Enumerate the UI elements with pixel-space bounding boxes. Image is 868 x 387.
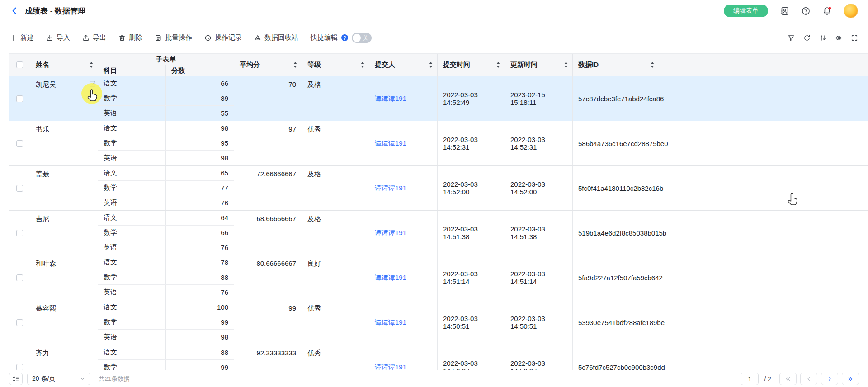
score-value: 98 <box>166 151 234 165</box>
prev-page-button[interactable] <box>800 373 817 385</box>
column-header-grade[interactable]: 等级 <box>302 54 369 76</box>
row-checkbox[interactable] <box>16 95 23 102</box>
average-cell: 68.66666667 <box>234 211 302 255</box>
row-checkbox[interactable] <box>16 274 23 281</box>
sort-icon[interactable] <box>429 62 433 68</box>
student-name: 吉尼 <box>36 215 49 222</box>
filter-icon[interactable] <box>788 34 795 42</box>
subform-row: 语文66 <box>98 76 234 91</box>
data-id-cell: 586b4a736c16e7cd28875be0 <box>573 121 659 165</box>
submitter-link[interactable]: 谭谭谭191 <box>375 184 406 193</box>
column-header-score[interactable]: 分数 <box>166 65 234 76</box>
subform-row: 英语98 <box>98 151 234 165</box>
back-icon[interactable] <box>10 6 19 15</box>
update-time-cell: 2022-03-03 14:51:38 <box>505 211 573 255</box>
column-header-subject[interactable]: 科目 <box>98 65 166 76</box>
column-header-name[interactable]: 姓名 <box>30 54 98 76</box>
toolbar-batch-button[interactable]: 批量操作 <box>155 33 192 42</box>
subject-value: 语文 <box>98 255 166 270</box>
submitter-link[interactable]: 谭谭谭191 <box>375 229 406 237</box>
contact-icon[interactable] <box>780 6 789 16</box>
sort-icon[interactable] <box>564 62 568 68</box>
bell-icon[interactable] <box>822 6 832 16</box>
sort-icon[interactable] <box>293 62 297 68</box>
subform-row: 英语76 <box>98 240 234 255</box>
select-all-checkbox[interactable] <box>16 61 23 68</box>
update-time-cell: 2023-02-15 15:18:11 <box>505 76 573 121</box>
update-time-cell: 2022-03-03 14:52:31 <box>505 121 573 165</box>
user-avatar[interactable] <box>844 4 858 18</box>
column-header-update-time[interactable]: 更新时间 <box>505 54 573 76</box>
submitter-link[interactable]: 谭谭谭191 <box>375 363 406 370</box>
sort-icon[interactable] <box>651 62 654 68</box>
refresh-icon[interactable] <box>803 34 811 42</box>
sort-icon[interactable] <box>90 62 93 68</box>
sort-icon[interactable] <box>819 34 826 42</box>
table-record[interactable]: 和叶森语文78数学88英语7680.66666667良好谭谭谭1912022-0… <box>9 255 868 300</box>
table-record[interactable]: 吉尼语文64数学66英语7668.66666667及格谭谭谭1912022-03… <box>9 211 868 255</box>
student-name: 凯尼吴 <box>36 80 56 88</box>
column-header-avg[interactable]: 平均分 <box>234 54 302 76</box>
score-value: 66 <box>166 76 234 91</box>
submitter-cell: 谭谭谭191 <box>369 121 438 165</box>
table-record[interactable]: 盖聂语文65数学77英语7672.66666667及格谭谭谭1912022-03… <box>9 166 868 211</box>
row-checkbox[interactable] <box>16 319 23 326</box>
student-name: 慕容熙 <box>36 304 56 312</box>
score-value: 66 <box>166 226 234 240</box>
column-header-data-id[interactable]: 数据ID <box>573 54 659 76</box>
history-icon <box>204 34 212 42</box>
quick-edit-toggle[interactable]: 关 <box>352 33 372 43</box>
submitter-link[interactable]: 谭谭谭191 <box>375 274 406 282</box>
table-record[interactable]: 慕容熙语文100数学99英语9899优秀谭谭谭1912022-03-03 14:… <box>9 300 868 345</box>
toolbar-history-button[interactable]: 操作记录 <box>204 33 242 42</box>
eye-icon[interactable] <box>835 34 842 42</box>
subject-value: 语文 <box>98 121 166 136</box>
row-checkbox[interactable] <box>16 140 23 147</box>
subform-group-label: 子表单 <box>98 54 234 65</box>
table-record[interactable]: 书乐语文98数学95英语9897优秀谭谭谭1912022-03-03 14:52… <box>9 121 868 166</box>
submitter-link[interactable]: 谭谭谭191 <box>375 94 406 103</box>
last-page-button[interactable] <box>842 373 859 385</box>
average-cell: 99 <box>234 300 302 345</box>
grade-cell: 优秀 <box>302 345 369 370</box>
name-cell: 齐力 <box>30 345 98 370</box>
row-height-icon <box>12 375 19 382</box>
subject-value: 数学 <box>98 270 166 285</box>
subform-row: 英语98 <box>98 330 234 345</box>
submitter-cell: 谭谭谭191 <box>369 300 438 345</box>
column-header-submit-time[interactable]: 提交时间 <box>438 54 505 76</box>
table-record[interactable]: 齐力语文88数学9992.33333333优秀谭谭谭1912022-03-03 … <box>9 345 868 370</box>
sort-icon[interactable] <box>496 62 500 68</box>
subject-value: 英语 <box>98 330 166 345</box>
toolbar-delete-button[interactable]: 删除 <box>118 33 142 42</box>
page-number-input[interactable]: 1 <box>741 373 759 385</box>
row-height-button[interactable] <box>9 373 23 385</box>
page-title: 成绩表 - 数据管理 <box>25 6 85 16</box>
next-page-button[interactable] <box>821 373 838 385</box>
toolbar-import-button[interactable]: 导入 <box>46 33 70 42</box>
submitter-link[interactable]: 谭谭谭191 <box>375 318 406 327</box>
table-record[interactable]: 凯尼吴语文66数学89英语5570及格谭谭谭1912022-03-03 14:5… <box>9 76 868 121</box>
fullscreen-icon[interactable] <box>851 34 858 42</box>
toolbar-new-button[interactable]: 新建 <box>10 33 34 42</box>
import-icon <box>46 34 53 42</box>
row-checkbox[interactable] <box>16 230 23 236</box>
column-header-submitter[interactable]: 提交人 <box>369 54 438 76</box>
subform-cell: 语文65数学77英语76 <box>98 166 234 210</box>
subform-row: 数学89 <box>98 91 234 106</box>
score-value: 88 <box>166 270 234 285</box>
sort-icon[interactable] <box>361 62 364 68</box>
first-page-button[interactable] <box>779 373 797 385</box>
toolbar-recycle-button[interactable]: 数据回收站 <box>254 33 298 42</box>
help-icon[interactable] <box>801 6 811 16</box>
submitter-link[interactable]: 谭谭谭191 <box>375 139 406 148</box>
quick-edit-help-icon[interactable]: ? <box>341 34 348 41</box>
row-checkbox[interactable] <box>16 364 23 370</box>
row-checkbox-cell <box>9 76 30 121</box>
subject-value: 数学 <box>98 136 166 151</box>
row-checkbox[interactable] <box>16 185 23 192</box>
toolbar-export-button[interactable]: 导出 <box>82 33 106 42</box>
edit-form-button[interactable]: 编辑表单 <box>724 5 768 17</box>
page-size-select[interactable]: 20 条/页 <box>27 373 90 385</box>
score-value: 95 <box>166 136 234 151</box>
